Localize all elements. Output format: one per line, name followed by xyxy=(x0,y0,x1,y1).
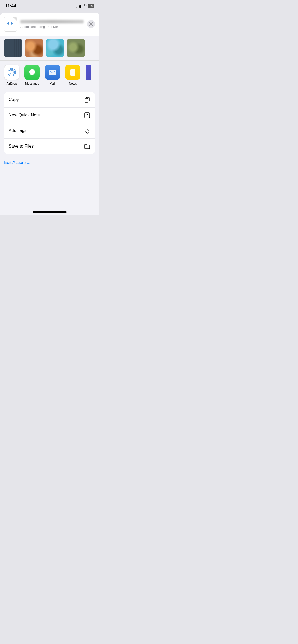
file-icon xyxy=(4,17,17,32)
thumbnail-strip xyxy=(0,36,99,61)
messages-label: Messages xyxy=(25,82,39,85)
edit-actions-section: Edit Actions... xyxy=(0,156,99,169)
airdrop-icon xyxy=(4,65,19,80)
airdrop-label: AirDrop xyxy=(7,82,17,85)
svg-rect-0 xyxy=(7,23,8,24)
notes-svg xyxy=(68,68,77,77)
add-tags-action[interactable]: Add Tags xyxy=(4,123,95,139)
svg-rect-16 xyxy=(85,98,88,102)
status-bar: 11:44 53 xyxy=(0,0,99,10)
save-to-files-action[interactable]: Save to Files xyxy=(4,139,95,154)
new-quick-note-action[interactable]: New Quick Note xyxy=(4,108,95,123)
mail-label: Mail xyxy=(50,82,55,85)
status-time: 11:44 xyxy=(5,4,16,9)
copy-icon xyxy=(84,96,91,103)
svg-rect-1 xyxy=(8,22,9,25)
share-app-airdrop[interactable]: AirDrop xyxy=(4,65,19,85)
close-icon xyxy=(89,22,93,26)
share-header: Audio Recording · 4.1 MB xyxy=(0,13,99,36)
actions-list: Copy New Quick Note Add Tags xyxy=(4,92,95,154)
signal-icon xyxy=(76,5,81,8)
mail-icon xyxy=(45,65,60,80)
notes-icon xyxy=(65,65,80,80)
notes-label: Notes xyxy=(69,82,77,85)
svg-rect-2 xyxy=(10,21,10,25)
copy-action[interactable]: Copy xyxy=(4,92,95,108)
svg-rect-11 xyxy=(70,69,75,76)
file-info: Audio Recording · 4.1 MB xyxy=(20,20,84,29)
quick-note-icon xyxy=(84,112,91,119)
copy-label: Copy xyxy=(9,97,19,102)
share-sheet: Audio Recording · 4.1 MB AirD xyxy=(0,13,99,215)
airdrop-svg xyxy=(7,68,16,77)
app-icons-row: AirDrop Messages Mail xyxy=(0,61,99,90)
thumbnail-item[interactable] xyxy=(67,39,85,57)
thumbnail-item[interactable] xyxy=(25,39,43,57)
share-app-mail[interactable]: Mail xyxy=(45,65,60,85)
add-tags-label: Add Tags xyxy=(9,128,27,133)
svg-rect-10 xyxy=(49,70,56,75)
files-icon xyxy=(84,143,91,150)
file-name-blurred xyxy=(20,20,84,23)
svg-rect-3 xyxy=(11,22,12,25)
messages-icon xyxy=(24,65,40,80)
messages-svg xyxy=(28,68,37,77)
svg-point-18 xyxy=(86,129,86,130)
file-meta: Audio Recording · 4.1 MB xyxy=(20,25,84,29)
close-button[interactable] xyxy=(87,20,95,28)
battery-icon: 53 xyxy=(88,4,94,8)
new-quick-note-label: New Quick Note xyxy=(9,113,40,118)
status-icons: 53 xyxy=(76,4,94,8)
edit-actions-button[interactable]: Edit Actions... xyxy=(4,160,30,165)
thumbnail-item[interactable] xyxy=(46,39,64,57)
share-app-messages[interactable]: Messages xyxy=(24,65,40,85)
share-app-notes[interactable]: Notes xyxy=(65,65,80,85)
wifi-icon xyxy=(83,4,87,8)
save-to-files-label: Save to Files xyxy=(9,144,34,149)
waveform-icon xyxy=(7,21,14,27)
mail-svg xyxy=(48,68,57,77)
thumbnail-item[interactable] xyxy=(4,39,22,57)
home-indicator xyxy=(33,211,67,213)
share-app-partial[interactable] xyxy=(86,65,91,80)
partial-app-icon xyxy=(86,65,91,80)
svg-rect-4 xyxy=(12,23,13,24)
tags-icon xyxy=(84,127,91,134)
